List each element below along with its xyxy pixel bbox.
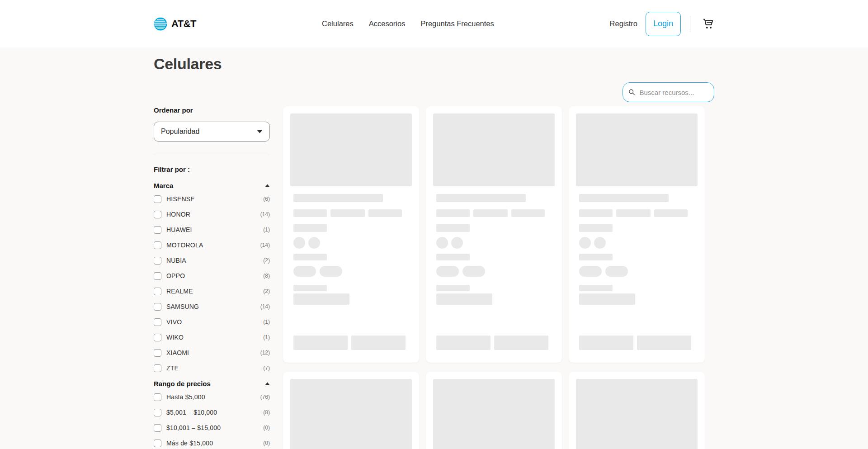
skeleton-image — [290, 113, 412, 186]
skeleton-image — [576, 113, 698, 186]
filter-option-wiko[interactable]: WIKO (1) — [154, 330, 270, 345]
checkbox-motorola[interactable] — [154, 241, 161, 249]
skeleton-bar — [293, 224, 327, 232]
header-auth-area: Registro Login — [610, 12, 714, 36]
filter-option-huawei[interactable]: HUAWEI (1) — [154, 222, 270, 237]
filter-option-zte[interactable]: ZTE (7) — [154, 360, 270, 376]
checkbox-hisense[interactable] — [154, 195, 161, 203]
filter-count: (12) — [260, 350, 270, 356]
checkbox-samsung[interactable] — [154, 303, 161, 311]
skeleton-chip — [473, 209, 508, 217]
skeleton-bar — [293, 285, 327, 291]
checkbox-nubia[interactable] — [154, 257, 161, 265]
nav-celulares[interactable]: Celulares — [322, 19, 354, 28]
skeleton-title — [293, 194, 383, 202]
filter-option-oppo[interactable]: OPPO (8) — [154, 268, 270, 284]
checkbox-vivo[interactable] — [154, 318, 161, 326]
skeleton-chip — [436, 209, 470, 217]
skeleton-price-bar — [579, 293, 635, 305]
filter-option-honor[interactable]: HONOR (14) — [154, 207, 270, 222]
skeleton-bar — [436, 254, 470, 260]
skeleton-title — [579, 194, 669, 202]
filter-label: REALME — [166, 288, 193, 295]
filter-count: (2) — [263, 257, 270, 264]
filter-section-marca[interactable]: Marca — [154, 180, 270, 191]
filter-count: (14) — [260, 303, 270, 310]
checkbox-huawei[interactable] — [154, 226, 161, 234]
filter-count: (1) — [263, 319, 270, 325]
filter-count: (76) — [260, 394, 270, 400]
section-name: Marca — [154, 182, 173, 189]
filter-label: OPPO — [166, 272, 185, 279]
checkbox-mas-de-15000[interactable] — [154, 440, 161, 447]
product-card-skeleton — [569, 372, 705, 449]
search-box[interactable] — [623, 82, 714, 102]
search-input[interactable] — [640, 89, 709, 96]
filter-label: Más de $15,000 — [166, 440, 213, 447]
filter-count: (2) — [263, 288, 270, 294]
skeleton-bar — [579, 285, 613, 291]
skeleton-chip — [511, 209, 545, 217]
filter-label: HUAWEI — [166, 226, 192, 233]
filter-section-precios[interactable]: Rango de precios — [154, 378, 270, 389]
sort-dropdown[interactable]: Popularidad — [154, 122, 270, 142]
filter-label: $5,001 – $10,000 — [166, 409, 217, 416]
checkbox-honor[interactable] — [154, 211, 161, 218]
skeleton-bar — [293, 254, 327, 260]
skeleton-button — [637, 336, 691, 350]
skeleton-image — [576, 379, 698, 449]
filter-option-hasta-5000[interactable]: Hasta $5,000 (76) — [154, 389, 270, 405]
main-nav: Celulares Accesorios Preguntas Frecuente… — [322, 19, 494, 28]
filter-option-xiaomi[interactable]: XIAOMI (12) — [154, 345, 270, 360]
filter-option-realme[interactable]: REALME (2) — [154, 284, 270, 299]
filter-option-vivo[interactable]: VIVO (1) — [154, 314, 270, 330]
skeleton-color-swatch — [451, 237, 463, 249]
filter-option-motorola[interactable]: MOTOROLA (14) — [154, 237, 270, 253]
filter-label: Hasta $5,000 — [166, 393, 205, 401]
filter-label: SAMSUNG — [166, 303, 199, 310]
skeleton-color-swatch — [594, 237, 606, 249]
checkbox-xiaomi[interactable] — [154, 349, 161, 357]
skeleton-title — [436, 194, 526, 202]
skeleton-chip — [616, 209, 651, 217]
login-button[interactable]: Login — [646, 12, 681, 36]
checkbox-wiko[interactable] — [154, 334, 161, 341]
filter-option-10001-15000[interactable]: $10,001 – $15,000 (0) — [154, 420, 270, 435]
skeleton-pill — [320, 266, 342, 277]
checkbox-10001-15000[interactable] — [154, 424, 161, 432]
filter-title: Filtrar por : — [154, 165, 270, 173]
filter-count: (1) — [263, 227, 270, 233]
brand-logo[interactable]: AT&T — [154, 17, 196, 31]
skeleton-color-swatch — [436, 237, 448, 249]
nav-preguntas-frecuentes[interactable]: Preguntas Frecuentes — [420, 19, 494, 28]
checkbox-oppo[interactable] — [154, 272, 161, 280]
checkbox-5001-10000[interactable] — [154, 409, 161, 416]
product-card-skeleton — [426, 106, 562, 363]
filter-option-5001-10000[interactable]: $5,001 – $10,000 (8) — [154, 405, 270, 420]
skeleton-chip — [293, 209, 327, 217]
filter-count: (0) — [263, 425, 270, 431]
filter-count: (6) — [263, 196, 270, 202]
filter-label: MOTOROLA — [166, 241, 203, 249]
skeleton-color-swatch — [579, 237, 591, 249]
skeleton-color-swatch — [293, 237, 305, 249]
page-title: Celulares — [154, 55, 714, 73]
checkbox-hasta-5000[interactable] — [154, 393, 161, 401]
cart-button[interactable] — [702, 18, 714, 30]
checkbox-zte[interactable] — [154, 364, 161, 372]
skeleton-button — [436, 336, 491, 350]
registro-link[interactable]: Registro — [610, 19, 637, 28]
skeleton-image — [290, 379, 412, 449]
att-globe-icon — [154, 17, 167, 31]
filter-option-hisense[interactable]: HISENSE (6) — [154, 191, 270, 207]
skeleton-price-bar — [293, 293, 349, 305]
filter-option-nubia[interactable]: NUBIA (2) — [154, 253, 270, 268]
filter-option-mas-de-15000[interactable]: Más de $15,000 (0) — [154, 435, 270, 449]
page-content: Celulares Ordenar por Popularidad Filtra… — [154, 55, 714, 449]
filter-count: (14) — [260, 211, 270, 217]
filter-option-samsung[interactable]: SAMSUNG (14) — [154, 299, 270, 314]
nav-accesorios[interactable]: Accesorios — [369, 19, 406, 28]
checkbox-realme[interactable] — [154, 288, 161, 295]
filter-label: XIAOMI — [166, 349, 189, 356]
sort-label: Ordenar por — [154, 106, 270, 114]
